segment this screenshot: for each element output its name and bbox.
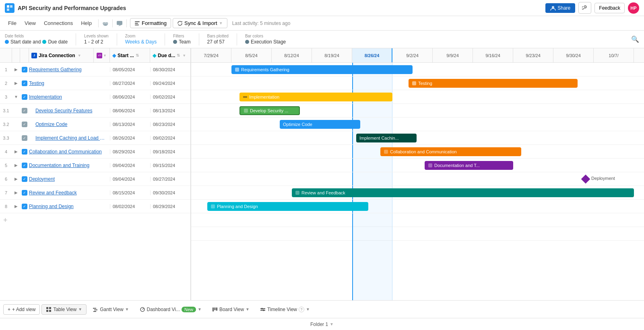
tab-table-view[interactable]: Table View ▼	[41, 304, 87, 315]
column-headers: J Jira Connection ▼ 🏷 ▼ ◆ Start ... ⇅ ◆ …	[0, 48, 190, 63]
gantt-icon	[93, 307, 98, 312]
tab-gantt-view[interactable]: Gantt View ▼	[88, 304, 133, 315]
app-logo	[5, 3, 14, 13]
gantt-row-empty	[191, 227, 644, 241]
filters-group: Filters Team	[173, 34, 190, 45]
table-row: 1 ▶ ✓ Requirements Gathering 08/05/2024 …	[0, 63, 190, 76]
col-header-task[interactable]: J Jira Connection ▼	[29, 48, 94, 62]
gantt-bar-testing[interactable]: Testing	[409, 79, 578, 88]
svg-rect-14	[244, 109, 248, 113]
today-header: 8/26/24	[352, 48, 392, 62]
gantt-row: Optimize Code	[191, 118, 644, 131]
gantt-bar-implementation[interactable]: Implementation	[239, 93, 392, 101]
table-row: 4 ▶ ✓ Collaboration and Communication 08…	[0, 145, 190, 159]
table-row: 8 ▶ ✓ Planning and Design 08/02/2024 08/…	[0, 200, 190, 213]
left-panel: J Jira Connection ▼ 🏷 ▼ ◆ Start ... ⇅ ◆ …	[0, 48, 191, 300]
toolbar: Date fields Start date and Due date Leve…	[0, 31, 644, 48]
svg-rect-16	[428, 163, 432, 167]
table-row: 7 ▶ ✓ Review and Feedback 08/15/2024 09/…	[0, 186, 190, 200]
menu-file[interactable]: File	[5, 19, 20, 28]
date-fields-group: Date fields Start date and Due date	[5, 34, 68, 45]
table-row: 3.2 ✓ Optimize Code 08/13/2024 08/23/202…	[0, 118, 190, 131]
gantt-row: Planning and Design	[191, 200, 644, 213]
svg-point-32	[261, 308, 263, 309]
tab-board-view[interactable]: Board View ▼	[208, 304, 254, 315]
gantt-bar-requirements[interactable]: Requirements Gathering	[231, 65, 413, 74]
share-button[interactable]: Share	[545, 3, 575, 13]
table-row: 5 ▶ ✓ Documentation and Training 09/04/2…	[0, 159, 190, 172]
menu-divider-3	[126, 19, 127, 27]
gantt-bar-collaboration[interactable]: Collaboration and Communication	[380, 147, 521, 156]
header-actions: Share Feedback HP	[545, 2, 639, 14]
menu-connections[interactable]: Connections	[41, 19, 76, 28]
menu-help[interactable]: Help	[78, 19, 95, 28]
svg-rect-27	[213, 307, 214, 311]
gantt-rows: Requirements Gathering Testing Implement…	[191, 63, 644, 300]
gantt-bar-review[interactable]: Review and Feedback	[292, 188, 634, 197]
menu-bar: File View Connections Help Formatting Sy…	[0, 16, 644, 31]
col-header-tags: 🏷 ▼	[94, 48, 110, 62]
svg-rect-1	[10, 5, 12, 8]
folder-bar: Folder 1 ▼	[0, 318, 644, 330]
gantt-bar-planning[interactable]: Planning and Design	[207, 202, 368, 211]
svg-rect-8	[135, 21, 140, 22]
gantt-bar-docs[interactable]: Documentation and T...	[425, 161, 513, 170]
svg-point-6	[105, 22, 108, 25]
svg-rect-10	[135, 25, 139, 25]
gantt-row: Review and Feedback	[191, 186, 644, 200]
comment-icon	[116, 20, 123, 27]
add-view-button[interactable]: + + Add view	[3, 304, 40, 315]
svg-rect-19	[46, 307, 48, 309]
svg-rect-18	[211, 204, 215, 208]
last-activity: Last activity: 5 minutes ago	[232, 21, 291, 26]
main-area: J Jira Connection ▼ 🏷 ▼ ◆ Start ... ⇅ ◆ …	[0, 48, 644, 300]
link-button[interactable]	[578, 2, 591, 14]
sync-import-button[interactable]: Sync & Import ▼	[173, 18, 227, 28]
add-row-button[interactable]: +	[0, 213, 190, 227]
board-icon	[212, 307, 218, 312]
svg-rect-20	[49, 307, 51, 309]
gantt-row: Implement Cachin...	[191, 131, 644, 145]
page-title: API Security and Performance Upgrades	[18, 5, 542, 11]
search-button[interactable]: 🔍	[631, 35, 639, 43]
gantt-row-empty	[191, 213, 644, 227]
right-panel: 7/29/24 8/5/24 8/12/24 8/19/24 8/26/24 9…	[191, 48, 644, 300]
dashboard-icon	[140, 307, 145, 312]
new-badge: New	[182, 307, 196, 312]
gantt-row: Documentation and T...	[191, 159, 644, 172]
svg-rect-17	[295, 191, 299, 195]
svg-rect-0	[7, 5, 9, 8]
col-header-due[interactable]: ◆ Due d... ⇅ ▼	[150, 48, 190, 62]
table-row: 3.3 ✓ Implement Caching and Load B... 08…	[0, 131, 190, 145]
feedback-button[interactable]: Feedback	[594, 3, 625, 13]
gantt-row: Requirements Gathering	[191, 63, 644, 76]
table-icon	[46, 307, 52, 312]
svg-rect-24	[94, 309, 97, 310]
tab-timeline-view[interactable]: Timeline View ? ▼	[256, 304, 314, 315]
svg-rect-13	[243, 96, 247, 98]
svg-rect-23	[93, 308, 96, 309]
gantt-bar-dev-security[interactable]: Develop Security ...	[239, 106, 300, 115]
levels-group: Levels shown 1 - 2 of 2	[84, 34, 109, 45]
gantt-bar-optimize[interactable]: Optimize Code	[280, 120, 360, 129]
menu-divider-2	[112, 19, 113, 27]
gantt-bar-caching[interactable]: Implement Cachin...	[356, 134, 417, 142]
svg-rect-2	[7, 8, 9, 11]
table-row: 3.1 ✓ Develop Security Features 08/06/20…	[0, 104, 190, 118]
avatar: HP	[628, 2, 639, 14]
menu-view[interactable]: View	[21, 19, 39, 28]
tag-icon: 🏷	[97, 53, 102, 58]
timeline-icon	[260, 307, 266, 312]
start-date-dot	[5, 40, 9, 44]
gantt-row: Deployment	[191, 172, 644, 186]
formatting-button[interactable]: Formatting	[130, 18, 171, 28]
tab-dashboard-view[interactable]: Dashboard Vi... New ▼	[135, 304, 206, 315]
svg-rect-22	[49, 310, 51, 312]
gantt-milestone-deployment	[581, 175, 590, 184]
app-header: API Security and Performance Upgrades Sh…	[0, 0, 644, 16]
menu-divider-1	[98, 19, 99, 27]
svg-rect-25	[93, 311, 96, 312]
gantt-row: Collaboration and Communication	[191, 145, 644, 159]
table-row: 6 ▶ ✓ Deployment 09/04/2024 09/27/2024	[0, 172, 190, 186]
col-header-start[interactable]: ◆ Start ... ⇅	[110, 48, 150, 62]
